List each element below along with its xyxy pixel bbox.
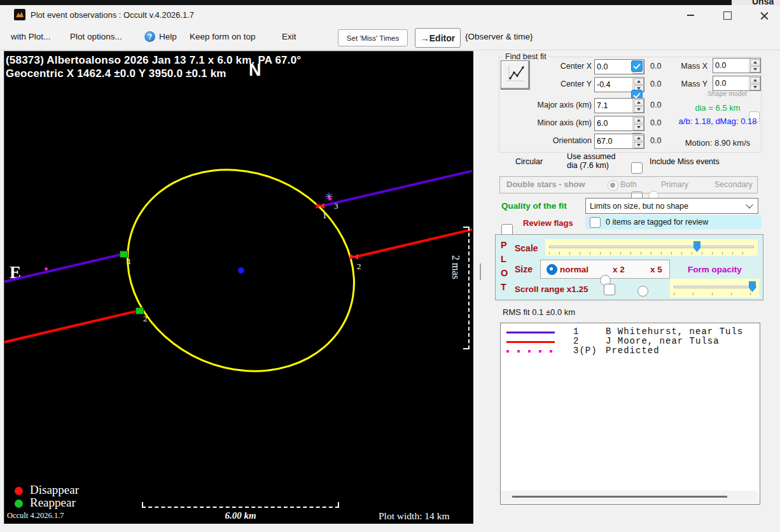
double-stars-secondary-label: Secondary — [714, 180, 753, 189]
mas-bar-top-tick — [463, 227, 468, 228]
obs2-number: 2 — [573, 336, 579, 346]
circular-label: Circular — [515, 157, 543, 166]
form-opacity-slider[interactable] — [670, 279, 759, 298]
use-assumed-label-line2: dia (7.6 km) — [567, 161, 609, 170]
size-normal-label: normal — [560, 265, 588, 274]
menu-keep-on-top[interactable]: Keep form on top — [190, 32, 256, 41]
mass-y-spinner[interactable] — [713, 76, 761, 91]
include-miss-label: Include Miss events — [650, 157, 720, 166]
chord2-right-segment — [354, 228, 473, 258]
center-x-error: 0.0 — [650, 62, 661, 71]
help-icon[interactable] — [144, 31, 155, 42]
chord1-left-segment — [4, 253, 124, 284]
size-radio-group: normal x 2 x 5 — [540, 260, 670, 279]
scale-slider[interactable] — [545, 239, 758, 256]
center-x-checkbox[interactable] — [631, 60, 643, 72]
titlebar: Plot event observations : Occult v.4.202… — [0, 5, 780, 25]
menu-plot-options[interactable]: Plot options... — [70, 32, 122, 41]
menu-with-plot[interactable]: with Plot... — [11, 32, 50, 41]
reappear-legend: Reappear — [30, 496, 76, 510]
mass-x-spinner[interactable] — [713, 58, 761, 73]
predicted-star-dot — [328, 197, 331, 200]
scale-bar-left-tick — [142, 502, 143, 507]
menu-help[interactable]: Help — [159, 32, 177, 41]
major-axis-label: Major axis (km) — [515, 101, 592, 109]
mas-bar-bottom-tick — [463, 348, 468, 349]
size-x5-label: x 5 — [650, 265, 662, 274]
size-x5-radio[interactable] — [637, 286, 648, 297]
listbox-hscrollbar[interactable] — [501, 491, 758, 503]
background-window-strip — [0, 0, 780, 5]
plot-version: Occult 4.2026.1.7 — [7, 511, 64, 521]
set-miss-times-button[interactable]: Set 'Miss' Times — [338, 29, 408, 46]
plot-subtitle: Geocentric X 1462.4 ±0.0 Y 3950.0 ±0.1 k… — [6, 67, 226, 80]
predicted-path-dot — [45, 267, 48, 270]
ab-dmag-value: a/b: 1.18, dMag: 0.18 — [674, 116, 761, 126]
orientation-spinner[interactable] — [594, 134, 644, 149]
north-indicator: N — [249, 60, 261, 80]
plot-canvas[interactable]: (58373) Albertoalonso 2026 Jan 13 7.1 x … — [4, 51, 473, 524]
center-y-label: Center Y — [515, 80, 592, 88]
background-window-title: Unsa — [732, 0, 780, 5]
chord1-disappear-label: 1 — [323, 211, 327, 221]
predicted-legend-swatch — [506, 350, 555, 353]
chord2-disappear-marker[interactable] — [350, 254, 358, 260]
minimize-icon[interactable] — [676, 6, 705, 25]
form-opacity-label: Form opacity — [688, 265, 742, 274]
chord1-right-segment — [321, 170, 473, 207]
scale-slider-thumb[interactable] — [693, 241, 700, 252]
obs3-number: 3(P) — [573, 346, 597, 356]
scale-slider-ticks — [549, 252, 753, 255]
minor-axis-error: 0.0 — [650, 118, 661, 127]
major-axis-spinner[interactable] — [594, 98, 644, 113]
shape-model-label: Shape model — [707, 90, 747, 97]
close-icon[interactable] — [749, 6, 779, 25]
chord1-legend-swatch — [506, 332, 555, 333]
size-x2-label: x 2 — [613, 265, 625, 274]
center-y-error: 0.0 — [650, 80, 661, 88]
chord2-legend-swatch — [506, 341, 555, 343]
observations-listbox[interactable]: 1 B Whitehurst, near Tuls 2 J Moore, nea… — [500, 323, 760, 505]
find-best-fit-title: Find best fit — [503, 52, 548, 61]
mas-bar — [468, 227, 470, 349]
chevron-down-icon — [746, 201, 753, 208]
disappear-legend: Disappear — [30, 483, 79, 497]
minor-axis-spinner[interactable] — [594, 116, 644, 131]
menu-exit[interactable]: Exit — [282, 32, 296, 41]
ellipse-center-dot — [238, 267, 244, 274]
plot-panel-letters: PLOT — [501, 238, 510, 294]
menubar: with Plot... Plot options... Help Keep f… — [0, 25, 780, 50]
maximize-icon[interactable] — [713, 6, 742, 25]
reappear-dot-icon — [15, 500, 23, 508]
review-flags-box: 0 items are tagged for review — [585, 215, 762, 229]
double-stars-label: Double stars - show — [506, 179, 585, 189]
scale-bar-label: 6.00 km — [202, 510, 279, 521]
use-assumed-label-line1: Use assumed — [567, 152, 615, 161]
size-normal-radio[interactable] — [547, 264, 557, 275]
review-flags-label: Review flags — [523, 218, 573, 228]
double-stars-both-label: Both — [620, 180, 637, 189]
review-flags-checkbox[interactable] — [590, 217, 601, 228]
mas-label: 2 mas — [450, 255, 461, 279]
editor-button[interactable]: →Editor — [415, 28, 461, 48]
scroll-range-label: Scroll range x1.25 — [515, 284, 588, 294]
chord2-reappear-label: 2 — [143, 314, 148, 324]
form-opacity-slider-thumb[interactable] — [749, 281, 756, 292]
rms-fit-label: RMS fit 0.1 ±0.0 km — [503, 307, 575, 317]
window-title: Plot event observations : Occult v.4.202… — [31, 10, 194, 20]
splitter-handle[interactable] — [480, 263, 481, 280]
listbox-hscrollbar-thumb[interactable] — [512, 496, 727, 498]
observer-time-label: {Observer & time} — [465, 32, 533, 41]
double-stars-both-radio[interactable] — [608, 180, 618, 191]
obs1-name: B Whitehurst, near Tuls — [606, 326, 743, 337]
disappear-dot-icon — [15, 487, 23, 495]
minor-axis-checkbox[interactable] — [631, 162, 643, 174]
scroll-range-checkbox[interactable] — [604, 284, 615, 295]
scale-bar — [142, 507, 339, 508]
quality-of-fit-dropdown[interactable]: Limits on size, but no shape — [585, 198, 758, 214]
obs2-name: J Moore, near Tulsa — [606, 336, 720, 346]
mass-y-label: Mass Y — [662, 80, 707, 88]
chord2-disappear-label: 2 — [357, 262, 361, 272]
diameter-value: dia = 6.5 km — [678, 103, 757, 113]
chord1-reappear-label: 1 — [127, 256, 132, 267]
